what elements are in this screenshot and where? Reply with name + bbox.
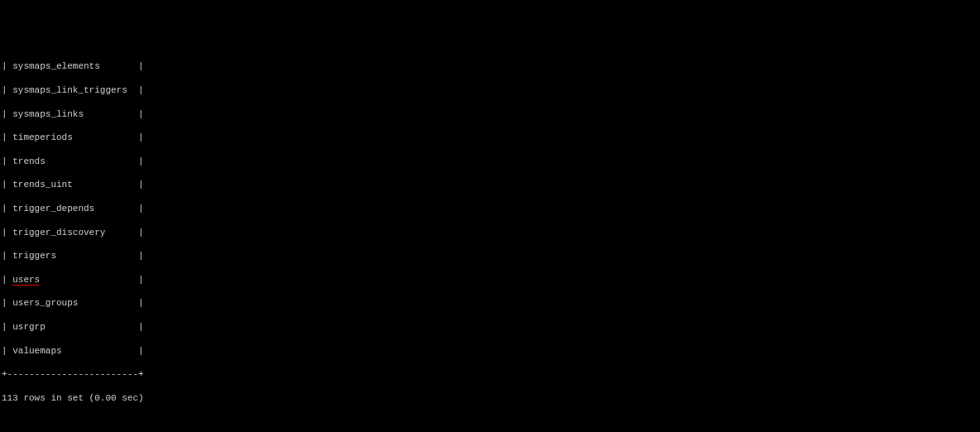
table-row: | usrgrp | [2,321,978,333]
table-row: | sysmaps_link_triggers | [2,84,978,96]
terminal-output: | sysmaps_elements | | sysmaps_link_trig… [2,49,978,432]
rows-summary: 113 rows in set (0.00 sec) [2,392,978,404]
users-highlight: users [12,275,40,286]
table-row: | valuemaps | [2,345,978,357]
table-row: | trends | [2,156,978,167]
table-row: | trends_uint | [2,179,978,190]
table-row: | sysmaps_elements | [2,60,978,72]
table-row: | triggers | [2,250,978,262]
table-row: | timeperiods | [2,132,978,143]
table-border: +------------------------+ [2,368,978,380]
table-row: | trigger_discovery | [2,227,978,238]
blank [2,415,978,427]
table-row-users: | users | [2,274,978,286]
table-row: | trigger_depends | [2,203,978,214]
table-row: | sysmaps_links | [2,108,978,120]
table-row: | users_groups | [2,297,978,309]
